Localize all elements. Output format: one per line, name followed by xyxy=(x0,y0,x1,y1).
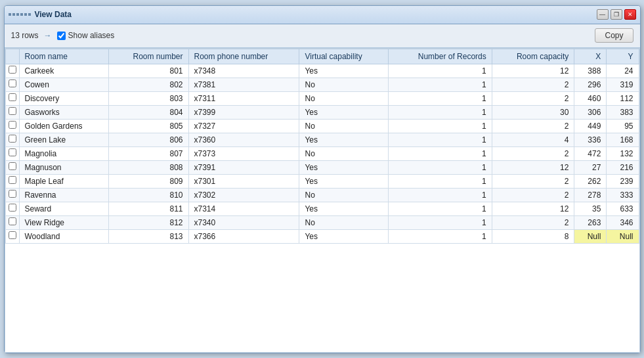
row-select-checkbox[interactable] xyxy=(9,176,16,184)
cell-num-records: 1 xyxy=(389,91,492,105)
cell-room-capacity: 30 xyxy=(492,105,574,119)
cell-room-number: 808 xyxy=(109,160,188,174)
header-y: Y xyxy=(607,49,639,64)
cell-room-name: Carkeek xyxy=(19,64,109,78)
cell-room-name: View Ridge xyxy=(19,215,109,229)
toolbar: 13 rows → Show aliases Copy xyxy=(5,24,640,48)
cell-room-number: 803 xyxy=(109,91,188,105)
cell-room-number: 809 xyxy=(109,174,188,188)
cell-virtual-capability: Yes xyxy=(299,229,389,243)
row-checkbox-cell xyxy=(5,91,19,105)
row-checkbox-cell xyxy=(5,160,19,174)
cell-room-number: 807 xyxy=(109,146,188,160)
row-checkbox-cell xyxy=(5,188,19,202)
cell-room-name: Seward xyxy=(19,202,109,215)
cell-y: 112 xyxy=(607,91,639,105)
close-button[interactable]: ✕ xyxy=(624,9,636,20)
window-icon xyxy=(9,13,31,16)
cell-virtual-capability: No xyxy=(299,215,389,229)
rows-count-label: 13 rows xyxy=(11,31,39,40)
row-select-checkbox[interactable] xyxy=(9,66,16,74)
row-checkbox-cell xyxy=(5,119,19,133)
cell-virtual-capability: No xyxy=(299,188,389,202)
cell-room-name: Discovery xyxy=(19,91,109,105)
cell-num-records: 1 xyxy=(389,78,492,91)
row-checkbox-cell xyxy=(5,229,19,243)
cell-y: 633 xyxy=(607,202,639,215)
row-select-checkbox[interactable] xyxy=(9,135,16,143)
table-row: Gasworks804x7399Yes130306383 xyxy=(5,105,639,119)
cell-room-capacity: 2 xyxy=(492,215,574,229)
row-select-checkbox[interactable] xyxy=(9,217,16,225)
cell-x: 262 xyxy=(574,174,607,188)
cell-num-records: 1 xyxy=(389,174,492,188)
table-row: Seward811x7314Yes11235633 xyxy=(5,202,639,215)
header-room-number: Room number xyxy=(109,49,188,64)
cell-room-capacity: 8 xyxy=(492,229,574,243)
show-aliases-label: Show aliases xyxy=(68,31,115,40)
cell-virtual-capability: No xyxy=(299,146,389,160)
cell-room-phone: x7311 xyxy=(188,91,299,105)
minimize-button[interactable]: — xyxy=(597,9,609,20)
cell-room-capacity: 2 xyxy=(492,119,574,133)
row-select-checkbox[interactable] xyxy=(9,121,16,129)
cell-num-records: 1 xyxy=(389,202,492,215)
cell-room-phone: x7314 xyxy=(188,202,299,215)
title-bar-left: View Data xyxy=(9,10,72,19)
cell-num-records: 1 xyxy=(389,64,492,78)
cell-virtual-capability: Yes xyxy=(299,202,389,215)
window-title: View Data xyxy=(35,10,72,19)
copy-button[interactable]: Copy xyxy=(595,28,633,43)
cell-room-phone: x7301 xyxy=(188,174,299,188)
cell-room-number: 802 xyxy=(109,78,188,91)
header-room-phone: Room phone number xyxy=(188,49,299,64)
cell-room-number: 805 xyxy=(109,119,188,133)
cell-y: Null xyxy=(607,229,639,243)
cell-num-records: 1 xyxy=(389,188,492,202)
header-virtual-capability: Virtual capability xyxy=(299,49,389,64)
show-aliases-wrapper: Show aliases xyxy=(57,31,115,40)
cell-room-capacity: 12 xyxy=(492,160,574,174)
row-select-checkbox[interactable] xyxy=(9,148,16,156)
row-select-checkbox[interactable] xyxy=(9,79,16,87)
cell-room-phone: x7302 xyxy=(188,188,299,202)
show-aliases-checkbox[interactable] xyxy=(57,32,66,40)
restore-button[interactable]: ❐ xyxy=(611,9,622,20)
cell-num-records: 1 xyxy=(389,119,492,133)
table-row: Carkeek801x7348Yes11238824 xyxy=(5,64,639,78)
data-table-container: Room name Room number Room phone number … xyxy=(5,48,640,353)
cell-x: 296 xyxy=(574,78,607,91)
cell-room-phone: x7348 xyxy=(188,64,299,78)
cell-x: 472 xyxy=(574,146,607,160)
cell-x: 306 xyxy=(574,105,607,119)
row-checkbox-cell xyxy=(5,174,19,188)
row-select-checkbox[interactable] xyxy=(9,93,16,101)
window-controls: — ❐ ✕ xyxy=(597,9,636,20)
cell-y: 95 xyxy=(607,119,639,133)
row-select-checkbox[interactable] xyxy=(9,107,16,115)
cell-room-phone: x7366 xyxy=(188,229,299,243)
cell-room-phone: x7340 xyxy=(188,215,299,229)
cell-virtual-capability: No xyxy=(299,119,389,133)
cell-room-capacity: 12 xyxy=(492,202,574,215)
row-select-checkbox[interactable] xyxy=(9,204,16,212)
table-row: Golden Gardens805x7327No1244995 xyxy=(5,119,639,133)
cell-room-capacity: 2 xyxy=(492,146,574,160)
table-row: Ravenna810x7302No12278333 xyxy=(5,188,639,202)
row-select-checkbox[interactable] xyxy=(9,231,16,239)
main-window: View Data — ❐ ✕ 13 rows → Show aliases C… xyxy=(4,5,641,353)
cell-y: 346 xyxy=(607,215,639,229)
row-checkbox-cell xyxy=(5,64,19,78)
cell-room-name: Magnuson xyxy=(19,160,109,174)
toolbar-left: 13 rows → Show aliases xyxy=(11,31,115,40)
cell-room-phone: x7399 xyxy=(188,105,299,119)
cell-room-name: Maple Leaf xyxy=(19,174,109,188)
cell-virtual-capability: Yes xyxy=(299,160,389,174)
table-row: Magnuson808x7391Yes11227216 xyxy=(5,160,639,174)
row-select-checkbox[interactable] xyxy=(9,162,16,170)
row-select-checkbox[interactable] xyxy=(9,190,16,198)
cell-x: 263 xyxy=(574,215,607,229)
cell-virtual-capability: No xyxy=(299,91,389,105)
row-checkbox-cell xyxy=(5,215,19,229)
cell-room-capacity: 2 xyxy=(492,174,574,188)
